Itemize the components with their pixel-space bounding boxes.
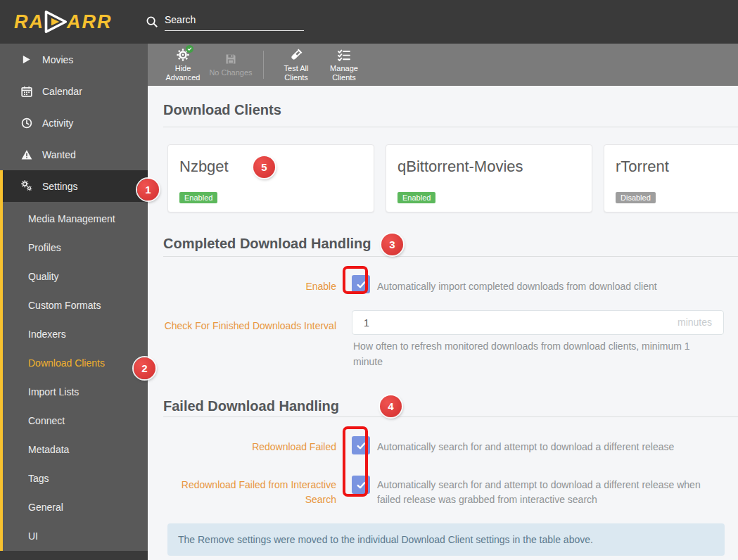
advanced-settings-icon (177, 48, 189, 62)
sidebar-item-activity[interactable]: Activity (0, 107, 148, 139)
list-check-icon (338, 48, 350, 62)
failed-download-handling-title: Failed Download Handling (163, 398, 339, 414)
radarr-app-window: RA ARR Movies Calendar Activity Wanted (0, 0, 738, 560)
client-name: rTorrent (616, 158, 738, 176)
sidebar-item-quality[interactable]: Quality (0, 262, 148, 291)
sidebar-item-label: Activity (42, 117, 73, 129)
logo-text-left: RA (14, 11, 44, 33)
radarr-logo[interactable]: RA ARR (14, 7, 113, 37)
sidebar-item-ui[interactable]: UI (0, 521, 148, 550)
sidebar: Movies Calendar Activity Wanted Settings… (0, 44, 148, 560)
interval-help-text: How often to refresh monitored downloads… (353, 338, 705, 369)
gears-icon (21, 180, 33, 192)
divider (163, 416, 738, 417)
status-badge: Enabled (179, 192, 217, 203)
annotation-circle-2: 2 (134, 357, 155, 379)
redownload-interactive-help-text: Automatically search for and attempt to … (377, 478, 713, 507)
sidebar-item-custom-formats[interactable]: Custom Formats (0, 291, 148, 319)
annotation-circle-5: 5 (253, 156, 275, 178)
sidebar-item-label: Movies (42, 54, 73, 65)
interval-input[interactable] (352, 311, 723, 334)
sidebar-item-indexers[interactable]: Indexers (0, 319, 148, 348)
calendar-icon (21, 85, 33, 97)
annotation-rect-failed-checkboxes (343, 426, 368, 497)
annotation-rect-enable-checkbox (343, 266, 368, 294)
page-toolbar: Hide Advanced No Changes Test All Client… (148, 44, 738, 86)
sidebar-item-media-management[interactable]: Media Management (0, 204, 148, 233)
test-tube-icon (290, 48, 303, 62)
download-client-cards: Nzbget Enabled qBittorrent-Movies Enable… (167, 144, 738, 212)
divider (163, 256, 738, 257)
info-message-box: The Remove settings were moved to the in… (167, 523, 725, 556)
annotation-circle-4: 4 (380, 395, 402, 417)
enable-label: Enable (163, 279, 336, 294)
search-box (146, 13, 304, 31)
status-badge: Enabled (397, 192, 435, 203)
toolbar-button-label: Hide Advanced (159, 64, 207, 82)
clock-icon (21, 117, 33, 129)
client-card-rtorrent[interactable]: rTorrent Disabled (604, 144, 738, 212)
search-icon (146, 15, 158, 28)
active-section-indicator (0, 170, 3, 551)
settings-subnav: Media Management Profiles Quality Custom… (0, 204, 148, 550)
top-bar: RA ARR (0, 0, 738, 44)
sidebar-item-label: Calendar (42, 86, 82, 97)
play-icon (21, 53, 33, 65)
sidebar-item-movies[interactable]: Movies (0, 44, 148, 75)
sidebar-item-download-clients[interactable]: Download Clients (0, 348, 148, 377)
sidebar-item-metadata[interactable]: Metadata (0, 435, 148, 464)
sidebar-item-connect[interactable]: Connect (0, 406, 148, 435)
manage-clients-button[interactable]: Manage Clients (320, 48, 368, 82)
warning-icon (21, 148, 33, 160)
page-title: Download Clients (163, 102, 281, 118)
settings-content: Download Clients Nzbget Enabled qBittorr… (148, 86, 738, 560)
test-all-clients-button[interactable]: Test All Clients (272, 48, 320, 82)
no-changes-button[interactable]: No Changes (207, 52, 255, 77)
annotation-circle-1: 1 (137, 179, 159, 201)
sidebar-footer (0, 551, 148, 560)
client-card-nzbget[interactable]: Nzbget Enabled (167, 144, 374, 212)
status-badge: Disabled (616, 192, 656, 203)
save-icon (224, 52, 237, 66)
completed-download-handling-title: Completed Download Handling (163, 236, 371, 252)
sidebar-item-calendar[interactable]: Calendar (0, 75, 148, 107)
interval-unit: minutes (677, 311, 712, 334)
sidebar-item-label: Wanted (42, 149, 76, 160)
sidebar-item-import-lists[interactable]: Import Lists (0, 377, 148, 406)
info-message-text: The Remove settings were moved to the in… (178, 534, 593, 545)
logo-text-right: ARR (67, 11, 113, 33)
redownload-failed-label: Redownload Failed (163, 440, 336, 454)
toolbar-divider (263, 51, 264, 79)
search-input[interactable] (165, 13, 304, 31)
interval-label: Check For Finished Downloads Interval (163, 319, 336, 333)
sidebar-item-wanted[interactable]: Wanted (0, 139, 148, 170)
divider (163, 127, 738, 127)
client-name: qBittorrent-Movies (397, 158, 580, 176)
redownload-failed-help-text: Automatically search for and attempt to … (377, 440, 674, 454)
sidebar-item-general[interactable]: General (0, 492, 148, 521)
annotation-circle-3: 3 (381, 234, 403, 255)
hide-advanced-button[interactable]: Hide Advanced (159, 48, 207, 82)
check-badge-icon (186, 45, 193, 53)
toolbar-button-label: No Changes (209, 68, 252, 77)
play-triangle-icon (43, 9, 68, 34)
client-card-qbittorrent-movies[interactable]: qBittorrent-Movies Enabled (386, 144, 592, 212)
toolbar-button-label: Manage Clients (320, 64, 368, 82)
sidebar-item-settings[interactable]: Settings (0, 170, 148, 202)
interval-input-box: minutes (352, 310, 724, 335)
toolbar-button-label: Test All Clients (272, 64, 320, 82)
sidebar-item-label: Settings (42, 181, 78, 192)
sidebar-item-profiles[interactable]: Profiles (0, 233, 148, 262)
redownload-interactive-label: Redownload Failed from Interactive Searc… (163, 478, 336, 507)
sidebar-item-tags[interactable]: Tags (0, 464, 148, 492)
enable-help-text: Automatically import completed downloads… (377, 279, 657, 294)
